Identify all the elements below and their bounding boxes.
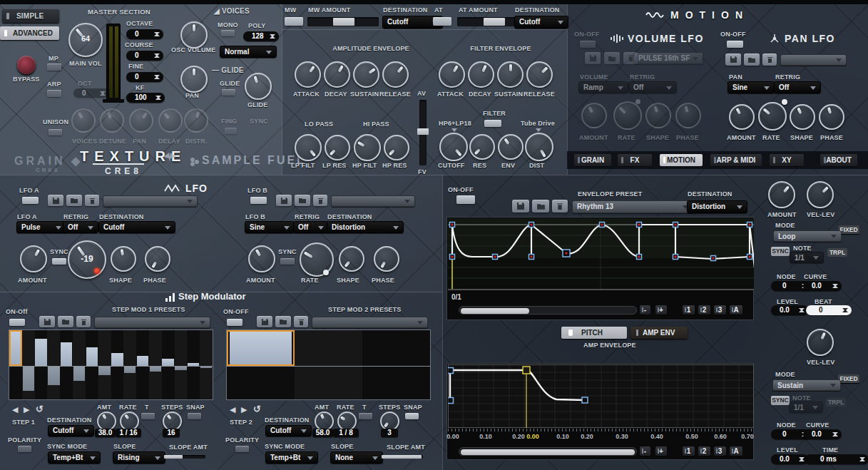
lfo-b-onoff-button[interactable] <box>250 197 267 204</box>
pan-lfo-save-icon[interactable] <box>725 53 741 66</box>
arp-button[interactable] <box>47 90 61 97</box>
glide-knob[interactable] <box>245 73 272 100</box>
env2-note-dropdown[interactable]: 1/1 <box>789 402 823 413</box>
lfo-b-phase-knob[interactable] <box>374 246 399 272</box>
env2-selected-node[interactable] <box>523 367 530 374</box>
env1-scrollbar[interactable] <box>459 306 637 315</box>
step-cell[interactable] <box>98 330 111 399</box>
stepmod2-t-button[interactable] <box>359 413 372 419</box>
step-cell[interactable] <box>73 330 86 399</box>
osc-volume-knob[interactable] <box>180 21 208 48</box>
env1-scrollbar-thumb[interactable] <box>461 308 529 314</box>
simple-mode-button[interactable]: SIMPLE <box>2 9 59 23</box>
env1-level-spinner[interactable]: 0.0 <box>771 305 808 315</box>
pan-lfo-amount-knob[interactable] <box>729 104 755 130</box>
pan-lfo-wave-dropdown[interactable]: Sine <box>727 81 775 93</box>
mono-button[interactable] <box>221 30 235 36</box>
env2-scrollbar-thumb[interactable] <box>461 449 635 455</box>
bypass-button[interactable] <box>17 56 36 74</box>
stepmod1-prev-icon[interactable]: ◀ <box>12 405 18 414</box>
av-fv-handle[interactable] <box>417 128 429 135</box>
lfo-b-preset-dropdown[interactable] <box>331 195 415 207</box>
env1-onoff-button[interactable] <box>456 195 475 204</box>
stepmod1-rate-knob[interactable] <box>120 412 139 431</box>
env1-sync-button[interactable]: SYNC <box>771 247 790 256</box>
lfo-a-shape-knob[interactable] <box>111 246 136 272</box>
lfo-b-amount-knob[interactable] <box>248 245 275 272</box>
filter-mode-selector[interactable]: HP6+LP18 <box>439 120 471 127</box>
step-cell[interactable] <box>111 330 124 399</box>
stepmod2-prev-icon[interactable]: ◀ <box>230 405 235 414</box>
stepmod1-syncmode-dropdown[interactable]: Temp+Bt <box>48 451 101 464</box>
cutoff-knob[interactable] <box>439 133 468 161</box>
lfo-b-sync-button[interactable] <box>280 258 295 265</box>
lfo-b-wave-dropdown[interactable]: Sine <box>245 221 295 233</box>
step-cell[interactable] <box>60 330 73 399</box>
step-cell[interactable] <box>200 330 213 399</box>
mw-button[interactable] <box>285 17 303 26</box>
filt-attack-knob[interactable] <box>439 61 465 88</box>
res-knob[interactable] <box>469 134 495 160</box>
stepmod2-polarity-button[interactable] <box>235 446 249 452</box>
kf-spinner[interactable]: 100 <box>126 93 165 103</box>
stepmod1-polarity-button[interactable] <box>18 446 31 452</box>
lfo-b-shape-knob[interactable] <box>339 246 364 272</box>
env2-trpl-button[interactable]: TRPL <box>826 398 846 407</box>
lfo-a-retrig-dropdown[interactable]: Off <box>63 221 98 233</box>
stepmod2-snap-button[interactable] <box>405 413 419 419</box>
lfo-a-destination-dropdown[interactable]: Cutoff <box>98 221 175 233</box>
volume-lfo-onoff-button[interactable] <box>580 41 596 48</box>
lfo-b-save-icon[interactable] <box>276 195 292 206</box>
env1-snapshotA-button[interactable]: A <box>730 305 742 315</box>
volume-lfo-amount-knob[interactable] <box>581 103 607 128</box>
stepmod2-save-icon[interactable] <box>257 316 272 327</box>
pan-lfo-retrig-dropdown[interactable]: Off <box>774 81 821 93</box>
env1-beat-spinner[interactable]: 0 <box>806 305 852 315</box>
step-cell[interactable] <box>187 330 200 399</box>
mw-amount-handle[interactable] <box>333 18 354 26</box>
av-fv-slider[interactable] <box>419 100 427 165</box>
env2-vellev-knob[interactable] <box>807 329 834 356</box>
advanced-mode-button[interactable]: ADVANCED <box>0 26 59 40</box>
step-cell[interactable] <box>149 330 162 399</box>
filt-release-knob[interactable] <box>526 61 553 88</box>
poly-spinner[interactable]: 128 <box>243 31 279 41</box>
stepmod2-rate-knob[interactable] <box>337 412 357 431</box>
amp-release-knob[interactable] <box>382 61 409 88</box>
tab-about[interactable]: ABOUT <box>820 154 857 166</box>
volume-lfo-save-icon[interactable] <box>585 52 601 64</box>
volume-lfo-retrig-dropdown[interactable]: Off <box>628 81 677 93</box>
volume-lfo-phase-knob[interactable] <box>675 103 701 128</box>
lfo-a-sync-button[interactable] <box>52 258 66 265</box>
pan-knob[interactable] <box>180 66 208 93</box>
env2-snapshot2-button[interactable]: 2 <box>698 446 710 456</box>
env1-curve-editor[interactable] <box>448 218 754 290</box>
pan-lfo-rate-knob[interactable] <box>758 102 787 131</box>
stepmod1-delete-icon[interactable] <box>76 316 91 327</box>
fing-button[interactable] <box>225 128 237 134</box>
glide-button[interactable] <box>222 89 235 96</box>
env2-mode-dropdown[interactable]: Sustain <box>772 379 841 391</box>
stepmod2-slopeamt-handle[interactable] <box>382 455 422 459</box>
mw-amount-slider[interactable] <box>307 17 379 26</box>
amp-sustain-knob[interactable] <box>353 61 379 88</box>
env2-snapshot1-button[interactable]: 1 <box>683 446 695 456</box>
lfo-b-retrig-dropdown[interactable]: Off <box>293 221 329 233</box>
stepmod2-reset-icon[interactable]: ↺ <box>253 404 261 414</box>
tab-fx[interactable]: FX <box>618 154 652 166</box>
pan-lfo-phase-knob[interactable] <box>819 104 844 130</box>
step-cell[interactable] <box>86 330 98 399</box>
env1-zoom-in-button[interactable]: + <box>655 305 667 315</box>
unison-voices-knob[interactable] <box>71 108 96 133</box>
pan-lfo-shape-knob[interactable] <box>790 104 815 130</box>
unison-button[interactable] <box>48 129 62 136</box>
stepmod2-syncmode-dropdown[interactable]: Temp+Bt <box>265 451 318 464</box>
unison-pan-knob[interactable] <box>129 108 153 133</box>
stepmod1-t-button[interactable] <box>141 413 155 419</box>
stepmod1-graph[interactable] <box>9 329 213 400</box>
step-cell[interactable] <box>162 330 175 399</box>
dist-knob[interactable] <box>525 133 553 161</box>
step-cell[interactable] <box>35 330 48 399</box>
tab-arp-midi[interactable]: ARP & MIDI <box>710 154 762 166</box>
env1-destination-dropdown[interactable]: Distortion <box>687 200 747 213</box>
